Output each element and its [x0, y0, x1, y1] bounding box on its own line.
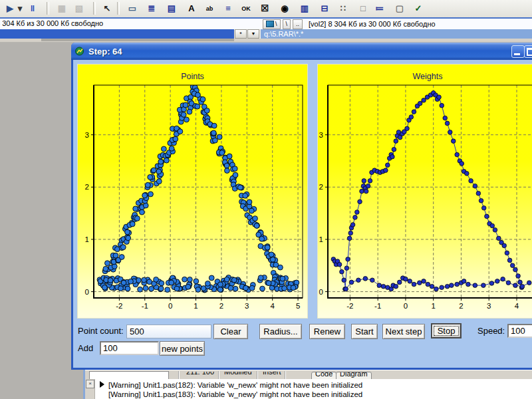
cursor-icon[interactable]: ↖ — [100, 1, 114, 15]
nav-back-label: \ — [286, 21, 288, 28]
current-message-marker — [100, 381, 104, 388]
left-path-bar[interactable] — [0, 29, 234, 39]
radiogroup-icon[interactable]: ≔ — [372, 1, 387, 15]
star-button[interactable]: * — [235, 29, 247, 39]
toolbar-separator — [93, 2, 96, 15]
weights-chart-panel: Weights-2-1012340123 — [318, 65, 532, 318]
insert-mode-indicator: Insert — [263, 372, 281, 379]
svg-text:3: 3 — [487, 302, 491, 310]
button-icon[interactable]: OK — [239, 1, 253, 15]
point-count-label: Point count: — [78, 326, 124, 336]
renew-button[interactable]: Renew — [309, 324, 345, 339]
column-header-segment — [41, 39, 234, 41]
panel-icon[interactable]: ▢ — [392, 1, 407, 15]
checkbox-icon[interactable]: ☒ — [257, 1, 272, 15]
stop-button[interactable]: Stop — [431, 323, 462, 338]
ide-toolbar: ▶▾‖▦▧↖▭≣▤Aab≡OK☒◉▥⊟∷□≔▢✓ — [0, 0, 532, 18]
svg-text:-1: -1 — [374, 302, 381, 310]
window-title: Step: 64 — [88, 47, 122, 57]
combobox-icon[interactable]: ⊟ — [317, 1, 332, 15]
points-chart-panel: Points-2-10123450123 — [78, 65, 307, 318]
svg-text:3: 3 — [85, 131, 89, 139]
scrollbar-icon[interactable]: ∷ — [336, 1, 350, 15]
svg-text:4: 4 — [515, 302, 519, 310]
svg-text:1: 1 — [432, 302, 436, 310]
drive-info-row: 8 304 Кб из 30 000 Кб свободно \ \ .. [v… — [0, 19, 532, 30]
status-separator — [257, 371, 258, 379]
radius-button[interactable]: Radius... — [259, 324, 302, 339]
svg-text:5: 5 — [296, 302, 300, 310]
popupmenu-icon[interactable]: ▤ — [164, 1, 179, 15]
path-row: * ▼ q:\5.RAR\*.* — [0, 29, 532, 39]
speed-label: Speed: — [477, 326, 505, 336]
root-button[interactable]: \ — [283, 19, 291, 29]
next-step-button[interactable]: Next step — [382, 324, 425, 339]
warning-message[interactable]: [Warning] Unit1.pas(182): Variable 'w_ne… — [108, 381, 362, 389]
minimize-button[interactable] — [511, 45, 525, 58]
toolbar-separator — [47, 2, 49, 15]
right-drive-info: [vol2] 8 304 Кб из 30 000 Кб свободно — [309, 20, 436, 28]
edit-icon[interactable]: ab — [202, 1, 217, 15]
screen: ▶▾‖▦▧↖▭≣▤Aab≡OK☒◉▥⊟∷□≔▢✓ 8 304 Кб из 30 … — [0, 0, 532, 399]
svg-text:2: 2 — [459, 302, 463, 310]
messages-pane: [Warning] Unit1.pas(182): Variable 'w_ne… — [95, 379, 532, 399]
history-dropdown-button[interactable]: ▼ — [247, 29, 259, 39]
svg-text:0: 0 — [319, 288, 323, 296]
run-icon[interactable]: ▶ — [3, 1, 17, 15]
memo-icon[interactable]: ≡ — [221, 1, 235, 15]
messages-gutter: × — [85, 379, 95, 399]
title-bar[interactable]: Step: 64 — [71, 43, 532, 60]
svg-text:3: 3 — [319, 131, 323, 139]
svg-text:-2: -2 — [346, 302, 353, 310]
actionlist-icon[interactable]: ✓ — [411, 1, 426, 15]
right-path-bar[interactable]: q:\5.RAR\*.* — [261, 29, 532, 39]
speed-input[interactable]: 100 — [507, 324, 532, 338]
svg-text:3: 3 — [245, 302, 249, 310]
start-button[interactable]: Start — [351, 324, 378, 339]
up-dir-button[interactable]: .. — [293, 19, 303, 29]
nav-up-label: .. — [296, 21, 299, 28]
frames-icon[interactable]: ▭ — [125, 1, 140, 15]
points-chart: Points-2-10123450123 — [78, 65, 307, 318]
warning-message[interactable]: [Warning] Unit1.pas(183): Variable 'w_ne… — [108, 390, 362, 398]
status-separator — [218, 371, 219, 379]
window-chart-icon — [75, 47, 85, 56]
point-count-field: 500 — [126, 325, 211, 338]
add-label: Add — [78, 343, 93, 353]
network-drive-button[interactable]: \ — [263, 19, 281, 29]
pause-icon[interactable]: ‖ — [25, 1, 40, 15]
svg-text:-2: -2 — [116, 302, 122, 310]
dialog-client: Points-2-10123450123 Weights-2-101234012… — [73, 60, 532, 368]
svg-text:0: 0 — [168, 302, 172, 310]
add-count-input[interactable]: 100 — [100, 341, 159, 355]
svg-text:Weights: Weights — [413, 72, 443, 81]
listbox-icon[interactable]: ▥ — [297, 1, 312, 15]
caret-position: 211: 100 — [186, 372, 214, 379]
nav-root-label: \ — [275, 21, 277, 28]
weights-chart: Weights-2-1012340123 — [318, 65, 532, 318]
left-drive-info: 8 304 Кб из 30 000 Кб свободно — [0, 19, 103, 27]
step-over-icon[interactable]: ▦ — [55, 1, 69, 15]
svg-text:2: 2 — [319, 183, 323, 191]
svg-text:1: 1 — [194, 302, 198, 310]
trace-into-icon[interactable]: ▧ — [72, 1, 86, 15]
svg-text:2: 2 — [219, 302, 223, 310]
svg-text:0: 0 — [85, 288, 89, 296]
clear-button[interactable]: Clear — [213, 324, 248, 339]
svg-text:1: 1 — [319, 235, 323, 243]
radiobutton-icon[interactable]: ◉ — [277, 1, 292, 15]
new-points-button[interactable]: new points — [160, 341, 205, 356]
messages-close-button[interactable]: × — [86, 380, 94, 388]
modified-indicator: Modified — [224, 372, 252, 379]
maximize-button[interactable] — [524, 45, 532, 58]
svg-text:2: 2 — [85, 183, 89, 191]
svg-text:Points: Points — [181, 72, 204, 81]
mainmenu-icon[interactable]: ≣ — [144, 1, 159, 15]
status-separator — [178, 371, 180, 379]
run-dropdown-icon[interactable]: ▾ — [16, 1, 24, 15]
svg-text:-1: -1 — [142, 302, 148, 310]
label-icon[interactable]: A — [184, 1, 199, 15]
groupbox-icon[interactable]: □ — [356, 1, 370, 15]
svg-text:0: 0 — [404, 302, 408, 310]
step-window: Step: 64 Points-2-10123450123 Weights-2-… — [71, 43, 532, 370]
